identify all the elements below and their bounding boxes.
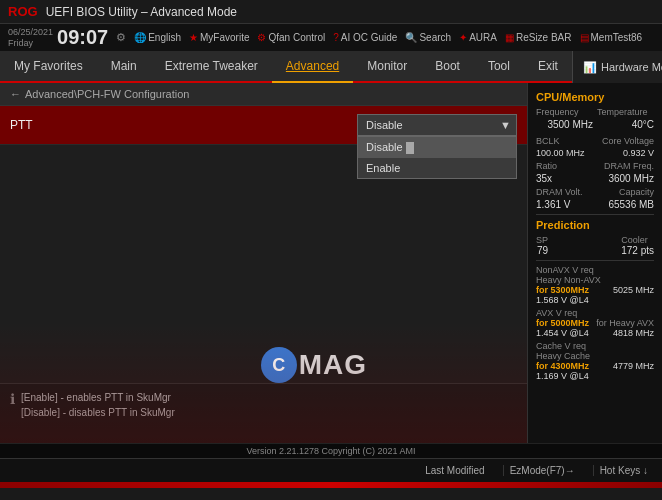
avx-mhz-row: 1.454 V @L4 4818 MHz <box>536 328 654 338</box>
info-line-2: [Disable] - disables PTT in SkuMgr <box>21 405 175 420</box>
avx-label: AVX V req <box>536 308 654 318</box>
toolbar-aioc[interactable]: ? AI OC Guide <box>333 32 397 43</box>
cooler-value: 172 pts <box>621 245 654 256</box>
cache-mhz: 4779 MHz <box>613 361 654 371</box>
non-avx-val: 1.568 V @L4 <box>536 295 654 305</box>
ptt-value-area: Disable ▼ Disable Enable <box>210 114 517 136</box>
hardware-monitor-header: 📊 Hardware Monitor <box>572 51 662 83</box>
capacity-value: 65536 MB <box>608 199 654 210</box>
avx-for: for 5000MHz <box>536 318 589 328</box>
nav-boot[interactable]: Boot <box>421 51 474 81</box>
toolbar-resizebar[interactable]: ▦ ReSize BAR <box>505 32 572 43</box>
breadcrumb: ← Advanced\PCH-FW Configuration <box>0 83 527 106</box>
toolbar-qfan[interactable]: ⚙ Qfan Control <box>257 32 325 43</box>
info-bar: 06/25/2021 Friday 09:07 ⚙ 🌐 English ★ My… <box>0 24 662 51</box>
info-text: [Enable] - enables PTT in SkuMgr [Disabl… <box>21 390 175 420</box>
back-arrow[interactable]: ← <box>10 88 21 100</box>
ptt-dropdown-wrapper: Disable ▼ Disable Enable <box>357 114 517 136</box>
divider-2 <box>536 260 654 261</box>
frequency-value: 3500 MHz <box>536 119 593 130</box>
hot-keys-label: Hot Keys ↓ <box>600 465 648 476</box>
main-panel: ← Advanced\PCH-FW Configuration PTT Disa… <box>0 83 527 443</box>
avx-mhz: 4818 MHz <box>613 328 654 338</box>
content-area: ← Advanced\PCH-FW Configuration PTT Disa… <box>0 83 662 443</box>
core-voltage-label: Core Voltage <box>602 136 654 146</box>
non-avx-section: NonAVX V req Heavy Non-AVX for 5300MHz 5… <box>536 265 654 305</box>
bclk-values: 100.00 MHz 0.932 V <box>536 148 654 158</box>
option-enable[interactable]: Enable <box>358 158 516 178</box>
toolbar-search[interactable]: 🔍 Search <box>405 32 451 43</box>
cache-section: Cache V req Heavy Cache for 4300MHz 4779… <box>536 341 654 381</box>
red-accent-bar <box>0 482 662 488</box>
toolbar-myfavorite[interactable]: ★ MyFavorite <box>189 32 249 43</box>
sp-value: 79 <box>536 245 548 256</box>
version-text: Version 2.21.1278 Copyright (C) 2021 AMI <box>246 446 415 456</box>
ptt-label: PTT <box>10 118 210 132</box>
non-avx-label: NonAVX V req <box>536 265 654 275</box>
ez-mode-item[interactable]: EzMode(F7)→ <box>503 465 581 476</box>
settings-icon[interactable]: ⚙ <box>116 31 126 44</box>
sp-cooler-row: SP 79 Cooler 172 pts <box>536 235 654 256</box>
dram-freq-value: 3600 MHz <box>608 173 654 184</box>
ptt-row: PTT Disable ▼ Disable Enable <box>0 106 527 145</box>
cpu-memory-title: CPU/Memory <box>536 91 654 103</box>
nav-my-favorites[interactable]: My Favorites <box>0 51 97 81</box>
sp-section: SP 79 <box>536 235 548 256</box>
last-modified-label: Last Modified <box>425 465 484 476</box>
bclk-value: 100.00 MHz <box>536 148 585 158</box>
dram-freq-label: DRAM Freq. <box>604 161 654 171</box>
non-avx-for: for 5300MHz <box>536 285 589 295</box>
ez-mode-label: EzMode(F7)→ <box>510 465 575 476</box>
hardware-monitor-label: Hardware Monitor <box>601 61 662 73</box>
breadcrumb-path: Advanced\PCH-FW Configuration <box>25 88 189 100</box>
ratio-label: Ratio <box>536 161 557 171</box>
avx-values: for 5000MHz for Heavy AVX <box>536 318 654 328</box>
main-nav: My Favorites Main Extreme Tweaker Advanc… <box>0 51 572 83</box>
info-line-1: [Enable] - enables PTT in SkuMgr <box>21 390 175 405</box>
cpu-memory-grid: Frequency Temperature 3500 MHz 40°C <box>536 107 654 130</box>
non-avx-mhz: 5025 MHz <box>613 285 654 295</box>
ptt-dropdown-menu: Disable Enable <box>357 136 517 179</box>
option-disable[interactable]: Disable <box>358 137 516 158</box>
divider-1 <box>536 214 654 215</box>
capacity-label: Capacity <box>619 187 654 197</box>
nav-main[interactable]: Main <box>97 51 151 81</box>
cache-v-val: 1.169 V @L4 <box>536 371 654 381</box>
heavy-non-avx: Heavy Non-AVX <box>536 275 654 285</box>
time-display: 09:07 <box>57 26 108 49</box>
hot-keys-item[interactable]: Hot Keys ↓ <box>593 465 654 476</box>
nav-monitor[interactable]: Monitor <box>353 51 421 81</box>
prediction-title: Prediction <box>536 219 654 231</box>
sp-label: SP <box>536 235 548 245</box>
dram-volt-row: DRAM Volt. Capacity <box>536 187 654 197</box>
nav-tool[interactable]: Tool <box>474 51 524 81</box>
hardware-monitor-panel: CPU/Memory Frequency Temperature 3500 MH… <box>527 83 662 443</box>
cooler-section: Cooler 172 pts <box>621 235 654 256</box>
toolbar-aura[interactable]: ✦ AURA <box>459 32 497 43</box>
nav-exit[interactable]: Exit <box>524 51 572 81</box>
nav-advanced[interactable]: Advanced <box>272 51 353 83</box>
monitor-icon: 📊 <box>583 61 597 74</box>
dram-volt-value: 1.361 V <box>536 199 570 210</box>
toolbar-memtest[interactable]: ▤ MemTest86 <box>580 32 643 43</box>
title-bar: ROG UEFI BIOS Utility – Advanced Mode <box>0 0 662 24</box>
last-modified-item[interactable]: Last Modified <box>419 465 490 476</box>
core-voltage-value: 0.932 V <box>623 148 654 158</box>
cache-v-label: Cache V req <box>536 341 654 351</box>
ptt-dropdown[interactable]: Disable <box>357 114 517 136</box>
nav-extreme-tweaker[interactable]: Extreme Tweaker <box>151 51 272 81</box>
temperature-value: 40°C <box>597 119 654 130</box>
toolbar-english[interactable]: 🌐 English <box>134 32 181 43</box>
avx-section: AVX V req for 5000MHz for Heavy AVX 1.45… <box>536 308 654 338</box>
bottom-info: ℹ [Enable] - enables PTT in SkuMgr [Disa… <box>0 383 527 443</box>
status-bar: Last Modified EzMode(F7)→ Hot Keys ↓ <box>0 458 662 482</box>
watermark-text: MAG <box>299 349 367 381</box>
heavy-avx: for Heavy AVX <box>596 318 654 328</box>
version-bar: Version 2.21.1278 Copyright (C) 2021 AMI <box>0 443 662 458</box>
dram-volt-label: DRAM Volt. <box>536 187 583 197</box>
info-icon: ℹ <box>10 391 15 407</box>
toolbar-items: 🌐 English ★ MyFavorite ⚙ Qfan Control ? … <box>134 32 654 43</box>
temperature-label: Temperature <box>597 107 654 117</box>
watermark-circle-icon: C <box>261 347 297 383</box>
bios-title: UEFI BIOS Utility – Advanced Mode <box>46 5 237 19</box>
